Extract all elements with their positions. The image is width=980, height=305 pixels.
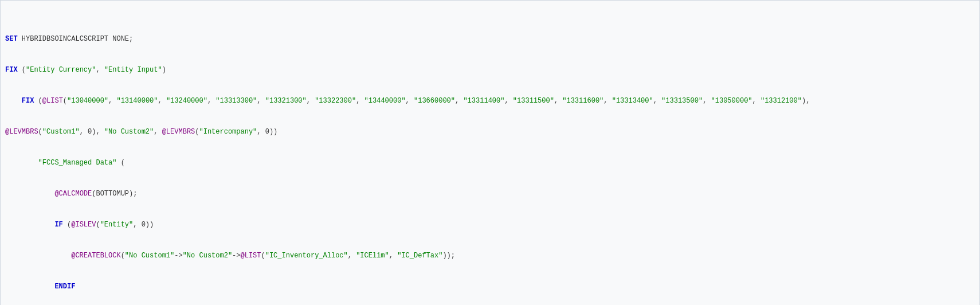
line-6: @CALCMODE(BOTTOMUP); <box>1 189 979 199</box>
code-editor[interactable]: SET HYBRIDBSOINCALCSCRIPT NONE; FIX ("En… <box>0 0 980 305</box>
line-9: ENDIF <box>1 281 979 292</box>
line-1: SET HYBRIDBSOINCALCSCRIPT NONE; <box>1 34 979 44</box>
line-7: IF (@ISLEV("Entity", 0)) <box>1 220 979 230</box>
line-3: FIX (@LIST("13040000", "13140000", "1324… <box>1 96 979 106</box>
line-8: @CREATEBLOCK("No Custom1"->"No Custom2"-… <box>1 251 979 261</box>
code-content: SET HYBRIDBSOINCALCSCRIPT NONE; FIX ("En… <box>1 1 979 305</box>
line-5: "FCCS_Managed Data" ( <box>1 158 979 168</box>
line-4: @LEVMBRS("Custom1", 0), "No Custom2", @L… <box>1 127 979 137</box>
line-2: FIX ("Entity Currency", "Entity Input") <box>1 65 979 75</box>
